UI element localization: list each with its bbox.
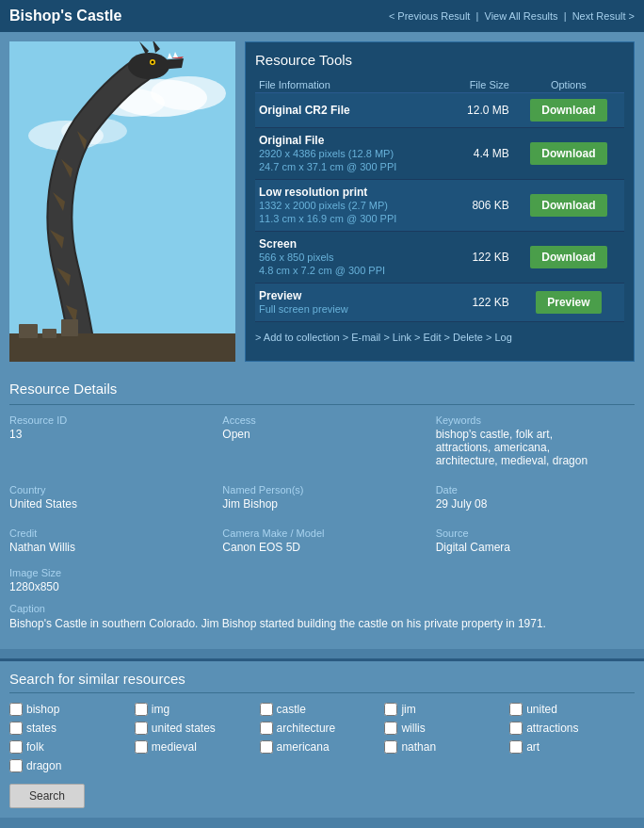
download-button-1[interactable]: Download <box>530 142 606 165</box>
keyword-item: architecture <box>260 722 385 735</box>
keyword-checkbox[interactable] <box>135 722 148 735</box>
keyword-checkbox[interactable] <box>509 740 523 754</box>
details-grid: Resource ID 13 Access Open Keywords bish… <box>9 414 635 561</box>
country-label: Country <box>9 484 208 495</box>
keywords-value: bishop's castle, folk art, attractions, … <box>436 428 635 467</box>
keyword-checkbox[interactable] <box>9 722 23 735</box>
svg-rect-10 <box>19 324 38 338</box>
keyword-item: attractions <box>509 722 635 735</box>
keyword-item: bishop <box>9 703 135 716</box>
named-persons-item: Named Person(s) Jim Bishop <box>222 484 421 511</box>
caption-value: Bishop's Castle in southern Colorado. Ji… <box>9 616 635 632</box>
keyword-checkbox[interactable] <box>509 703 523 716</box>
keywords-label: Keywords <box>436 414 635 426</box>
keyword-checkbox[interactable] <box>260 740 273 754</box>
keyword-label: architecture <box>277 722 336 735</box>
action-link-0[interactable]: > Add to collection <box>255 332 340 343</box>
credit-value: Nathan Willis <box>9 541 208 554</box>
resource-details-section: Resource Details Resource ID 13 Access O… <box>0 371 644 649</box>
camera-label: Camera Make / Model <box>222 528 421 539</box>
keyword-checkbox[interactable] <box>9 740 23 754</box>
download-button-0[interactable]: Download <box>530 99 606 122</box>
keyword-item: medieval <box>135 740 260 754</box>
keyword-item: willis <box>384 722 509 735</box>
main-content-area: Resource Tools File Information File Siz… <box>0 32 644 371</box>
credit-item: Credit Nathan Willis <box>9 528 208 554</box>
keyword-label: jim <box>401 703 415 716</box>
keyword-label: united <box>526 703 557 716</box>
action-link-3[interactable]: > Edit <box>414 332 441 343</box>
resource-image <box>9 41 235 362</box>
svg-rect-12 <box>61 319 78 336</box>
keyword-checkbox[interactable] <box>135 703 148 716</box>
keyword-item: united states <box>135 722 260 735</box>
keyword-label: nathan <box>401 740 436 754</box>
keywords-grid: bishopimgcastlejimunitedstatesunited sta… <box>9 703 635 772</box>
keyword-item: art <box>509 740 635 754</box>
keyword-checkbox[interactable] <box>384 703 397 716</box>
keywords-item: Keywords bishop's castle, folk art, attr… <box>436 414 635 467</box>
keyword-label: castle <box>277 703 306 716</box>
date-label: Date <box>436 484 635 495</box>
resource-id-label: Resource ID <box>9 414 208 426</box>
resource-tools-title: Resource Tools <box>255 52 624 68</box>
country-item: Country United States <box>9 484 208 511</box>
keyword-item: jim <box>384 703 509 716</box>
keyword-checkbox[interactable] <box>135 740 148 754</box>
similar-divider <box>9 692 635 693</box>
keyword-checkbox[interactable] <box>9 759 23 772</box>
similar-resources-title: Search for similar resources <box>9 671 635 687</box>
svg-point-8 <box>152 61 154 64</box>
keyword-label: medieval <box>152 740 197 754</box>
preview-button-4[interactable]: Preview <box>536 291 601 314</box>
keyword-checkbox[interactable] <box>384 722 397 735</box>
keyword-label: states <box>26 722 56 735</box>
keyword-label: bishop <box>26 703 59 716</box>
date-item: Date 29 July 08 <box>436 484 635 511</box>
action-link-5[interactable]: > Log <box>486 332 512 343</box>
download-button-3[interactable]: Download <box>530 246 606 268</box>
page-header: Bishop's Castle < Previous Result | View… <box>0 0 644 32</box>
keyword-item: dragon <box>9 759 135 772</box>
credit-label: Credit <box>9 528 208 539</box>
keyword-item <box>260 759 385 772</box>
resource-details-title: Resource Details <box>9 381 635 397</box>
keyword-item: nathan <box>384 740 509 754</box>
keyword-label: united states <box>152 722 216 735</box>
camera-value: Canon EOS 5D <box>222 541 421 554</box>
resource-tools-panel: Resource Tools File Information File Siz… <box>245 41 635 362</box>
search-button[interactable]: Search <box>9 784 85 808</box>
keyword-checkbox[interactable] <box>9 703 23 716</box>
image-panel <box>9 41 235 362</box>
keyword-label: dragon <box>26 759 61 772</box>
keyword-item <box>135 759 260 772</box>
file-info-header: File Information <box>255 77 447 93</box>
keyword-checkbox[interactable] <box>509 722 523 735</box>
image-size-value: 1280x850 <box>9 580 635 593</box>
keyword-checkbox[interactable] <box>260 703 273 716</box>
image-size-item: Image Size 1280x850 <box>9 567 635 593</box>
next-result-link[interactable]: Next Result > <box>572 10 635 22</box>
access-label: Access <box>222 414 421 426</box>
camera-item: Camera Make / Model Canon EOS 5D <box>222 528 421 554</box>
source-item: Source Digital Camera <box>436 528 635 554</box>
keyword-label: willis <box>401 722 425 735</box>
action-links: > Add to collection > E-mail > Link > Ed… <box>255 332 624 343</box>
keyword-checkbox[interactable] <box>384 740 397 754</box>
resource-id-item: Resource ID 13 <box>9 414 208 467</box>
source-label: Source <box>436 528 635 539</box>
keyword-label: art <box>526 740 539 754</box>
named-persons-value: Jim Bishop <box>222 497 421 511</box>
prev-result-link[interactable]: < Previous Result <box>389 10 471 22</box>
keyword-checkbox[interactable] <box>260 722 273 735</box>
access-item: Access Open <box>222 414 421 467</box>
similar-resources-section: Search for similar resources bishopimgca… <box>0 661 644 818</box>
keyword-item: united <box>509 703 635 716</box>
caption-label: Caption <box>9 603 635 614</box>
action-link-2[interactable]: > Link <box>383 332 411 343</box>
action-link-1[interactable]: > E-mail <box>343 332 381 343</box>
image-size-label: Image Size <box>9 567 635 578</box>
view-all-link[interactable]: View All Results <box>485 10 558 22</box>
download-button-2[interactable]: Download <box>530 194 606 217</box>
action-link-4[interactable]: > Delete <box>444 332 483 343</box>
